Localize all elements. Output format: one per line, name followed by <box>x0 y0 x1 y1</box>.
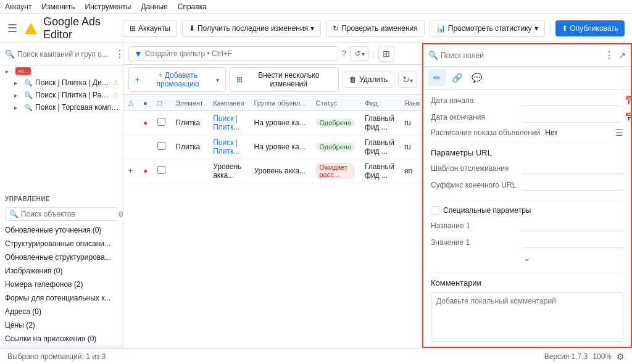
tab-link[interactable]: 🔗 <box>448 69 465 86</box>
param-value-input[interactable] <box>522 236 623 248</box>
param-name-input[interactable] <box>522 220 623 231</box>
comments-textarea[interactable] <box>431 292 623 342</box>
sidebar-tree-subitem-2[interactable]: ▸ 🔍 Поиск | Торговая компа... <box>0 101 123 114</box>
check-changes-button[interactable]: ↻ Проверить изменения <box>326 20 425 37</box>
table-row[interactable]: Плитка Поиск | Плитк... На уровне ка... … <box>123 135 422 159</box>
help-icon[interactable]: ? <box>342 49 346 58</box>
calendar-icon-end[interactable]: 📅 <box>625 112 631 122</box>
panel-more-icon[interactable]: ⋮ <box>602 48 617 62</box>
row-checkbox-1[interactable] <box>157 142 165 150</box>
menu-help[interactable]: Справка <box>178 2 207 11</box>
col-feed[interactable]: Фид <box>360 95 399 111</box>
tracking-template-input[interactable] <box>522 162 623 174</box>
menu-edit[interactable]: Изменить <box>41 2 75 11</box>
final-url-suffix-input[interactable] <box>522 179 623 191</box>
panel-search-input[interactable] <box>441 51 599 60</box>
undo-area[interactable]: ↺▾ <box>350 46 369 61</box>
comments-section: Комментарии <box>431 278 623 344</box>
search-icon-1: 🔍 <box>24 79 33 87</box>
cell-checkbox-0[interactable] <box>152 111 170 135</box>
bulk-icon: ⊞ <box>236 75 243 84</box>
view-stats-button[interactable]: 📊 Просмотреть статистику ▾ <box>430 20 545 37</box>
get-changes-button[interactable]: ⬇ Получить последние изменения ▾ <box>182 20 321 37</box>
panel-content: Дата начала 📅 Дата окончания 📅 Расписани… <box>423 89 631 347</box>
table-row[interactable]: ● Плитка Поиск | Плитк... На уровне ка..… <box>123 111 422 135</box>
publish-button[interactable]: ⬆ Опубликовать <box>555 20 625 36</box>
mgmt-item-0[interactable]: Обновленные уточнения (0) <box>0 223 123 237</box>
row-checkbox-2[interactable] <box>157 166 165 174</box>
campaign-search-input[interactable] <box>17 50 110 59</box>
table-row[interactable]: + ● Уровень акка... Уровень акка... Ожид… <box>123 159 422 183</box>
mgmt-item-6[interactable]: Адреса (0) <box>0 305 123 318</box>
mgmt-item-2[interactable]: Обновленные структурирова... <box>0 250 123 264</box>
col-language[interactable]: Язык <box>399 95 422 111</box>
cell-adgroup-2: Уровень акка... <box>249 159 310 183</box>
col-status[interactable]: Статус <box>310 95 360 111</box>
tab-edit[interactable]: ✏ <box>428 69 446 86</box>
columns-icon[interactable]: ⊞ <box>378 46 394 62</box>
cell-error-0: ● <box>138 111 152 135</box>
check-icon: ↻ <box>333 24 339 33</box>
mgmt-item-3[interactable]: Изображения (0) <box>0 264 123 278</box>
object-search-box[interactable]: 🔍 0 <box>5 207 118 221</box>
filter-input[interactable] <box>145 49 333 58</box>
object-search-input[interactable] <box>21 210 114 218</box>
calendar-icon-start[interactable]: 📅 <box>625 96 631 105</box>
cell-triangle-1 <box>123 135 138 159</box>
special-params-header: Специальные параметры <box>431 206 623 215</box>
cell-element-2 <box>170 159 208 183</box>
menu-tools[interactable]: Инструменты <box>85 2 131 11</box>
campaign-link-1[interactable]: Поиск | Плитк... <box>213 138 239 155</box>
version-info: Версия 1.7.3 100% ⚙ <box>544 352 625 362</box>
upload-icon: ⬆ <box>562 24 568 33</box>
separator-icon: | <box>373 49 375 58</box>
stats-chevron-icon: ▾ <box>534 24 538 33</box>
expand-more-icon[interactable]: ⌄ <box>431 253 623 263</box>
menu-account[interactable]: Аккаунт <box>5 2 31 11</box>
sidebar-more-icon[interactable]: ⋮ <box>112 47 123 61</box>
mgmt-item-8[interactable]: Ссылки на приложения (0) <box>0 332 123 345</box>
sidebar-tree: ▸ но... ▸ 🔍 Поиск | Плитка | Динам... ⚠ … <box>0 65 123 191</box>
col-adgroup[interactable]: Группа объявл... <box>249 95 310 111</box>
mgmt-item-4[interactable]: Номера телефонов (2) <box>0 278 123 291</box>
cell-adgroup-0: На уровне ка... <box>249 111 310 135</box>
schedule-icon[interactable]: ☰ <box>615 128 623 138</box>
search-icon-mgmt: 🔍 <box>9 210 19 218</box>
status-badge-2: Ожидает расс... <box>315 163 355 179</box>
row-checkbox-0[interactable] <box>157 118 165 126</box>
main-layout: 🔍 ⋮ ▸ но... ▸ 🔍 Поиск | Плитка | Динам..… <box>0 43 632 348</box>
url-params-title: Параметры URL <box>431 148 623 157</box>
mgmt-item-1[interactable]: Структурированные описани... <box>0 237 123 250</box>
more-actions-icon[interactable]: ↻▾ <box>398 72 417 88</box>
filter-area[interactable]: ▼ <box>128 46 338 61</box>
cell-checkbox-1[interactable] <box>152 135 170 159</box>
add-promo-button[interactable]: + + Добавить промоакцию ▾ <box>128 67 226 92</box>
start-date-input[interactable] <box>522 94 620 106</box>
accounts-button[interactable]: ⊞ Аккаунты <box>123 20 177 37</box>
cell-element-1: Плитка <box>170 135 208 159</box>
sidebar-tree-subitem-0[interactable]: ▸ 🔍 Поиск | Плитка | Динам... ⚠ <box>0 77 123 89</box>
sidebar-tree-item-0[interactable]: ▸ но... <box>0 65 123 77</box>
col-element[interactable]: Элемент <box>170 95 208 111</box>
header-divider <box>550 22 551 35</box>
no-badge: но... <box>15 67 31 75</box>
col-campaign[interactable]: Кампания <box>208 95 249 111</box>
sidebar-tree-subitem-1[interactable]: ▸ 🔍 Поиск | Плитка | Размер... ⚠ <box>0 89 123 101</box>
campaign-link-0[interactable]: Поиск | Плитк... <box>213 114 239 131</box>
tab-comment[interactable]: 💬 <box>468 69 485 86</box>
version-label: Версия 1.7.3 <box>544 352 588 361</box>
menu-data[interactable]: Данные <box>141 2 167 11</box>
bulk-changes-button[interactable]: ⊞ Внести несколько изменений <box>230 67 339 92</box>
settings-icon[interactable]: ⚙ <box>617 352 625 362</box>
delete-button[interactable]: 🗑 Удалить <box>343 72 394 88</box>
hamburger-icon[interactable]: ☰ <box>7 22 17 35</box>
cell-checkbox-2[interactable] <box>152 159 170 183</box>
mgmt-item-7[interactable]: Цены (2) <box>0 318 123 332</box>
mgmt-item-5[interactable]: Формы для потенциальных к... <box>0 291 123 305</box>
error-dot-icon-2: ● <box>143 167 148 175</box>
filter-icon: ▼ <box>134 49 143 59</box>
external-link-icon[interactable]: ↗ <box>619 51 626 60</box>
end-date-input[interactable] <box>522 111 620 123</box>
mgmt-item-9[interactable]: Промоакции (3) ↗ <box>0 345 123 349</box>
start-date-row: Дата начала 📅 <box>431 94 623 106</box>
